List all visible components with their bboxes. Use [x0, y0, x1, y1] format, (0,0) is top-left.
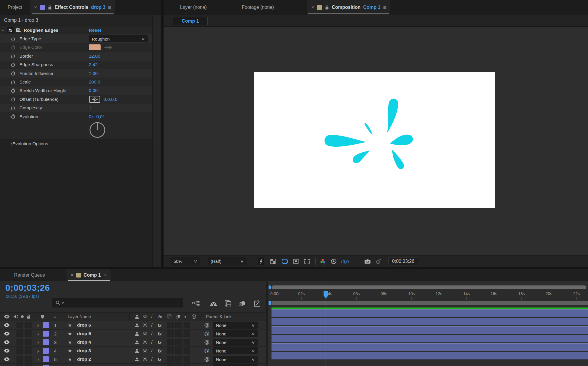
visibility-toggle[interactable]	[4, 349, 10, 353]
property-value[interactable]: 12,00	[89, 54, 100, 59]
3d-toggle[interactable]	[184, 330, 190, 337]
effect-header-row[interactable]: › fx Roughen Edges Reset	[0, 26, 152, 34]
unlock-icon[interactable]	[325, 5, 329, 10]
3d-toggle[interactable]	[184, 339, 190, 345]
tab-layer[interactable]: Layer (none)	[180, 0, 207, 15]
frame-blend-toggle[interactable]	[167, 365, 174, 366]
scrollbar-gutter[interactable]	[152, 15, 161, 267]
visibility-toggle[interactable]	[4, 332, 10, 336]
property-row-edge-sharpness[interactable]: › Edge Sharpness 2,42	[0, 61, 152, 69]
mask-visibility-button[interactable]	[281, 258, 288, 264]
stopwatch-icon[interactable]	[11, 36, 16, 41]
composition-mini-flowchart-button[interactable]	[192, 300, 200, 307]
property-row-border[interactable]: › Border 12,00	[0, 52, 152, 60]
property-value[interactable]: 2,42	[89, 62, 98, 67]
effects-toggle[interactable]: fx	[158, 357, 161, 362]
pick-whip-icon[interactable]: @	[204, 365, 209, 366]
current-timecode[interactable]: 0;00;03;26	[5, 283, 50, 293]
reset-button[interactable]: Reset	[89, 28, 101, 33]
collapse-toggle[interactable]	[142, 331, 148, 336]
label-color-swatch[interactable]	[43, 356, 49, 362]
effects-toggle[interactable]: fx	[158, 340, 161, 345]
exposure-reset-button[interactable]	[331, 258, 337, 264]
draft-3d-button[interactable]	[209, 300, 218, 307]
pick-whip-icon[interactable]: @	[204, 356, 209, 362]
timeline-search-input[interactable]: ∨	[52, 298, 183, 307]
effects-toggle[interactable]: fx	[158, 323, 161, 328]
evolution-dial[interactable]	[89, 121, 106, 138]
snapshot-button[interactable]	[364, 258, 371, 264]
tab-footage[interactable]: Footage (none)	[242, 0, 274, 15]
motion-blur-toggle[interactable]	[175, 356, 182, 362]
motion-blur-toggle[interactable]	[175, 365, 182, 366]
expand-chevron-icon[interactable]: ›	[37, 365, 39, 366]
stopwatch-icon[interactable]	[11, 97, 16, 102]
motion-blur-toggle[interactable]	[175, 347, 182, 354]
exposure-value[interactable]: +0,0	[340, 259, 349, 264]
layer-name[interactable]: drop 4	[77, 340, 91, 345]
parent-link-column-header[interactable]: Parent & Link	[206, 314, 231, 319]
comp-selector-button[interactable]: Comp 1	[173, 17, 208, 25]
chevron-down-icon[interactable]: ›	[0, 29, 6, 31]
visibility-toggle[interactable]	[4, 357, 10, 362]
layer-row-drop[interactable]: › 6 ★ drop / fx @ None∨	[0, 364, 266, 366]
parent-dropdown[interactable]: None∨	[213, 330, 258, 337]
layer-row-drop6[interactable]: › 1 ★ drop 6 / fx @ None∨	[0, 321, 266, 330]
graph-editor-button[interactable]	[254, 300, 261, 307]
quality-toggle[interactable]: /	[151, 365, 153, 366]
shy-toggle[interactable]	[134, 340, 140, 345]
layer-name[interactable]: drop 3	[77, 348, 91, 353]
label-color-swatch[interactable]	[43, 322, 49, 328]
motion-blur-button[interactable]	[238, 300, 246, 307]
pick-whip-icon[interactable]: @	[204, 331, 209, 337]
label-color-swatch[interactable]	[43, 339, 49, 345]
layer-duration-bar[interactable]	[271, 352, 588, 360]
label-color-swatch[interactable]	[43, 365, 49, 366]
layer-name[interactable]: drop 5	[77, 331, 91, 336]
frame-blend-toggle[interactable]	[167, 330, 174, 337]
show-snapshot-button[interactable]	[375, 258, 382, 264]
layer-duration-bar[interactable]	[271, 318, 588, 325]
close-icon[interactable]: ×	[34, 4, 37, 10]
panel-menu-icon[interactable]: ≡	[108, 4, 111, 11]
lock-toggle[interactable]	[25, 339, 32, 345]
solo-toggle[interactable]	[16, 322, 23, 328]
motion-blur-toggle[interactable]	[175, 339, 182, 345]
stopwatch-icon[interactable]	[11, 106, 16, 111]
lock-toggle[interactable]	[25, 356, 32, 362]
pick-whip-icon[interactable]: @	[204, 322, 209, 328]
solo-toggle[interactable]	[16, 356, 23, 362]
frame-blend-toggle[interactable]	[167, 322, 174, 328]
property-row-offset[interactable]: Offset (Turbulence) 0,0,0,0	[0, 95, 152, 103]
property-row-stretch[interactable]: › Stretch Width or Height 0,00	[0, 86, 152, 95]
quality-toggle[interactable]: /	[151, 348, 153, 354]
motion-blur-toggle[interactable]	[175, 322, 182, 328]
property-row-complexity[interactable]: › Complexity 1	[0, 104, 152, 112]
chevron-down-icon[interactable]: ›	[9, 116, 14, 118]
work-area-bar[interactable]	[271, 301, 588, 305]
lock-toggle[interactable]	[25, 347, 32, 354]
shy-toggle[interactable]	[134, 349, 140, 353]
layer-name[interactable]: drop 6	[77, 322, 91, 328]
frame-blend-toggle[interactable]	[167, 339, 174, 345]
layer-duration-bar[interactable]	[271, 326, 588, 334]
panel-menu-icon[interactable]: ≡	[104, 272, 107, 278]
shy-toggle[interactable]	[134, 332, 140, 336]
3d-toggle[interactable]	[184, 347, 190, 354]
frame-blend-toggle[interactable]	[167, 356, 174, 362]
collapse-toggle[interactable]	[142, 357, 148, 362]
lock-toggle[interactable]	[25, 330, 32, 337]
navigator-start-handle[interactable]	[269, 285, 271, 289]
timeline-navigator-bar[interactable]	[271, 285, 586, 289]
tab-render-queue[interactable]: Render Queue	[14, 269, 45, 281]
transparency-grid-button[interactable]	[270, 258, 276, 264]
layer-name-column-header[interactable]: Layer Name	[68, 314, 91, 319]
close-icon[interactable]: ×	[311, 4, 314, 10]
lock-toggle[interactable]	[25, 365, 32, 366]
property-row-fractal-influence[interactable]: › Fractal Influence 1,00	[0, 69, 152, 78]
fx-badge[interactable]: fx	[7, 27, 14, 33]
motion-blur-toggle[interactable]	[175, 330, 182, 337]
stopwatch-icon[interactable]	[11, 71, 16, 76]
parent-dropdown[interactable]: None∨	[213, 322, 258, 329]
offset-crosshair-button[interactable]	[89, 96, 101, 103]
